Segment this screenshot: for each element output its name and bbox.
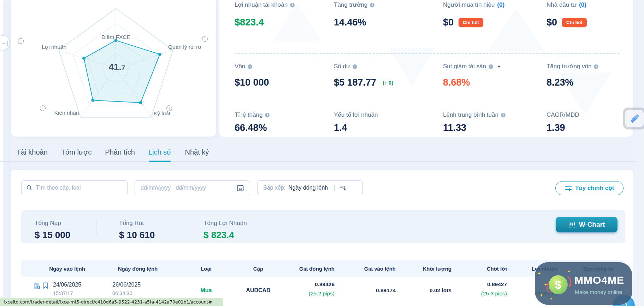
stat-label: Tăng trưởng bbox=[334, 1, 367, 8]
stat-value: $10 000 bbox=[235, 77, 335, 88]
col-pair[interactable]: Cặp bbox=[237, 266, 279, 272]
bookmark-icon[interactable] bbox=[43, 282, 48, 289]
info-icon[interactable]: i bbox=[166, 105, 172, 111]
info-icon[interactable]: i bbox=[501, 113, 506, 117]
detail-button[interactable]: Chi tiết bbox=[459, 18, 483, 27]
watermark-title: MMO4ME bbox=[574, 274, 624, 286]
stat-label: Vốn bbox=[235, 63, 245, 70]
stat-value: $5 187.77 bbox=[334, 77, 376, 88]
date-range-input[interactable] bbox=[141, 185, 237, 191]
dollar-coin-icon: $ bbox=[549, 275, 568, 294]
col-close-price[interactable]: Giá đóng lệnh bbox=[279, 266, 349, 272]
info-icon[interactable]: i bbox=[353, 64, 357, 69]
info-icon[interactable]: i bbox=[202, 36, 208, 42]
totals-band: Tổng Nạp $ 15 000 Tổng Rút $ 10 610 Tổng… bbox=[21, 210, 625, 243]
expand-arrow-icon: →| bbox=[1, 40, 8, 46]
info-icon[interactable]: i bbox=[594, 64, 598, 69]
info-icon[interactable]: i bbox=[290, 3, 295, 7]
stat-value: 8.23% bbox=[546, 77, 633, 88]
close-time: 06:34:30 bbox=[112, 290, 175, 296]
info-icon[interactable]: i bbox=[18, 38, 24, 44]
stat-label: Lệnh trung bình tuần bbox=[443, 111, 498, 119]
browser-extension-widget[interactable] bbox=[623, 108, 644, 129]
sort-direction-icon[interactable] bbox=[339, 185, 346, 191]
star-icon: ✦ bbox=[539, 293, 543, 298]
wchart-label: W-Chart bbox=[579, 221, 605, 229]
stat-value: $0 bbox=[443, 17, 454, 28]
customize-columns-button[interactable]: Tùy chỉnh cột bbox=[555, 181, 624, 195]
stat-investors: Nhà đầu tư(0) $0Chi tiết bbox=[546, 1, 633, 28]
star-icon: ✦ bbox=[567, 269, 571, 274]
star-icon: ✦ bbox=[544, 283, 547, 287]
stat-label: Người mua tín hiệu bbox=[443, 1, 495, 8]
entry-price: 0.89174 bbox=[349, 277, 410, 304]
stat-capital: Vốni $10 000 bbox=[235, 63, 335, 88]
sliders-icon bbox=[565, 185, 572, 191]
col-type[interactable]: Loại bbox=[175, 266, 237, 272]
total-withdraw: Tổng Rút $ 10 610 bbox=[119, 220, 155, 241]
candlestick-chart-icon bbox=[568, 221, 575, 228]
col-close-date[interactable]: Ngày đóng lệnh bbox=[101, 266, 175, 272]
take-profit-pips: (25.3 pips) bbox=[466, 290, 507, 297]
stat-win-rate: Tỉ lệ thắngi 66.48% bbox=[235, 111, 335, 133]
tab-summary[interactable]: Tóm lược bbox=[61, 143, 92, 162]
divider bbox=[182, 219, 182, 236]
total-profit-value: $ 823.4 bbox=[203, 230, 247, 241]
close-pips: (25.2 pips) bbox=[279, 290, 335, 297]
stat-drawdown: Sụt giảm tài sảni▼ 8.68% bbox=[443, 63, 544, 88]
info-icon[interactable]: i bbox=[248, 64, 252, 69]
svg-text:12: 12 bbox=[239, 187, 242, 190]
tab-account[interactable]: Tài khoản bbox=[17, 143, 48, 162]
stat-label: Số dư bbox=[334, 63, 350, 70]
col-take-profit[interactable]: Chốt lời bbox=[466, 266, 521, 272]
chevron-down-icon[interactable]: ▼ bbox=[497, 64, 501, 69]
search-icon bbox=[26, 185, 32, 191]
stat-label: Lợi nhuận tài khoản bbox=[235, 1, 288, 8]
total-deposit-label: Tổng Nạp bbox=[35, 220, 70, 227]
investors-count-link[interactable]: (0) bbox=[579, 1, 586, 8]
col-volume[interactable]: Khối lượng bbox=[410, 266, 466, 272]
divider: | bbox=[333, 184, 335, 192]
sort-selector[interactable]: Sắp xếp: Ngày đóng lệnh | bbox=[257, 180, 363, 195]
s-logo-icon bbox=[627, 111, 642, 126]
info-icon[interactable]: i bbox=[40, 105, 46, 111]
stat-cagr-mdd: CAGR/MDD 1.39 bbox=[546, 111, 633, 133]
scroll-gutter bbox=[636, 0, 644, 306]
tab-analysis[interactable]: Phân tích bbox=[105, 143, 135, 162]
info-icon[interactable]: i bbox=[265, 113, 270, 117]
search-input[interactable] bbox=[36, 185, 123, 191]
signal-buyers-count-link[interactable]: (0) bbox=[497, 1, 504, 8]
divider bbox=[636, 0, 636, 306]
tab-history[interactable]: Lịch sử bbox=[148, 143, 172, 162]
total-deposit: Tổng Nạp $ 15 000 bbox=[35, 220, 70, 241]
stat-value: $0 bbox=[546, 17, 557, 28]
stat-label: Sụt giảm tài sản bbox=[443, 63, 486, 70]
stat-signal-buyers: Người mua tín hiệu(0) $0Chi tiết bbox=[443, 1, 544, 28]
watermark-subtitle: Make money online bbox=[575, 289, 622, 295]
pair: AUDCAD bbox=[237, 277, 279, 304]
col-entry-price[interactable]: Giá vào lệnh bbox=[349, 266, 410, 272]
stat-account-profit: Lợi nhuận tài khoảni $823.4 bbox=[235, 1, 335, 28]
info-icon[interactable]: i bbox=[489, 64, 493, 69]
calendar-icon[interactable]: 12 bbox=[237, 184, 244, 192]
total-profit: Tổng Lợi Nhuận $ 823.4 bbox=[203, 220, 247, 241]
sort-label: Sắp xếp: bbox=[263, 185, 285, 191]
order-note-icon[interactable] bbox=[34, 282, 40, 289]
tab-journal[interactable]: Nhật ký bbox=[185, 143, 209, 162]
info-icon[interactable]: i bbox=[370, 3, 374, 7]
stat-balance: Số dưi $5 187.77(↑ 0) bbox=[334, 63, 435, 88]
stat-capital-growth: Tăng trưởng vốni 8.23% bbox=[546, 63, 633, 88]
entry-time: 15:37:17 bbox=[53, 290, 81, 296]
close-date: 26/06/2025 bbox=[112, 282, 175, 288]
stat-value: $823.4 bbox=[235, 17, 335, 28]
search-field bbox=[21, 180, 128, 195]
stat-avg-orders-week: Lệnh trung bình tuầni 11.33 bbox=[443, 111, 544, 133]
fxce-score-card: 41.7 Điểm FXCE Lợi nhuận i Quản lý rủi r… bbox=[11, 0, 216, 137]
dashed-divider bbox=[235, 53, 620, 54]
col-entry-date[interactable]: Ngày vào lệnh bbox=[21, 266, 101, 272]
star-icon: ✦ bbox=[550, 297, 553, 301]
total-deposit-value: $ 15 000 bbox=[35, 230, 70, 241]
detail-button[interactable]: Chi tiết bbox=[562, 18, 587, 27]
stat-value: 1.4 bbox=[334, 122, 435, 133]
wchart-button[interactable]: W-Chart bbox=[556, 217, 618, 232]
